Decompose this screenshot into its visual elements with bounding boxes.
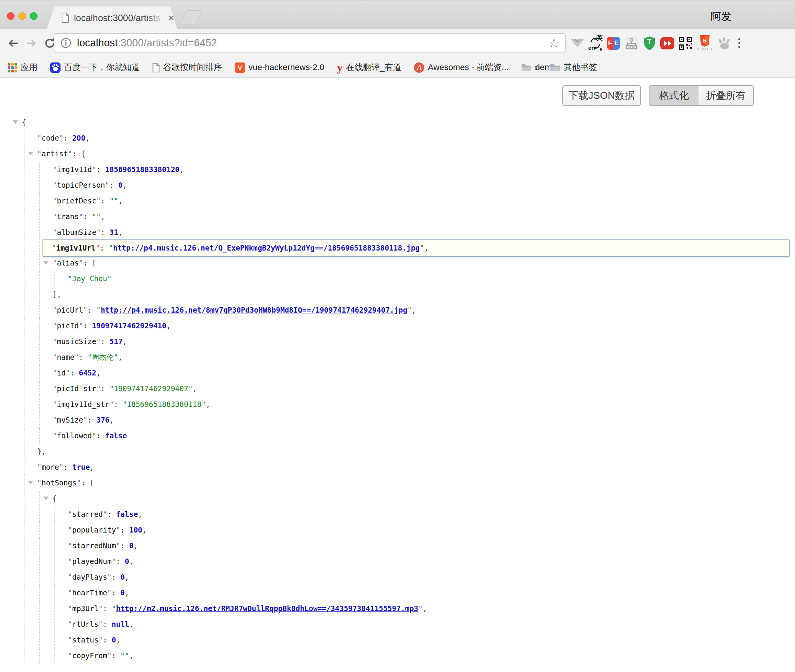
json-value: 31 [110,228,118,236]
comma: , [423,604,427,613]
collapse-triangle-icon[interactable] [28,481,33,487]
colon: : [120,526,129,534]
json-key: name [57,353,74,361]
zoom-window-button[interactable] [30,12,38,20]
key-quote: " [52,259,57,267]
indent-guide [24,538,25,554]
collapse-triangle-icon[interactable] [43,497,49,503]
address-bar[interactable]: localhost:3000/artists?id=6452 ☆ [54,33,566,52]
bookmark-item[interactable]: Vvue-hackernews-2.0 [235,62,324,73]
key-quote: " [107,573,111,581]
json-viewer-controls: 下载JSON数据 格式化 折叠所有 [0,85,795,107]
bookmark-item[interactable]: 百度一下，你就知道 [50,62,140,73]
colon: : [96,165,105,174]
close-window-button[interactable] [7,12,15,20]
bookmark-item[interactable]: y在线翻译_有道 [337,62,401,73]
url-text[interactable]: localhost:3000/artists?id=6452 [77,37,217,49]
comma: , [193,384,197,393]
collapse-triangle-icon[interactable] [28,152,33,158]
minimize-window-button[interactable] [18,12,26,20]
bookmark-star-icon[interactable]: ☆ [548,37,559,49]
video-player-extension-icon[interactable] [660,34,674,52]
json-key: playedNum [72,557,111,565]
indent-guide [39,318,40,334]
bookmarks-overflow-chevron[interactable]: » [534,62,540,73]
colon: : [111,588,120,597]
indent-guide [24,522,25,538]
json-key: hearTime [72,588,107,597]
json-value: "" [120,651,129,660]
tab-title-wrap: localhost:3000/artists?id=6452 [74,13,167,23]
indent-guide [24,475,25,491]
page-info-icon[interactable] [60,37,72,49]
indent-guide [39,302,40,318]
indent-guide [39,255,40,271]
json-key: more [41,463,59,471]
qrcode-extension-icon[interactable] [678,34,692,52]
key-quote: " [52,306,57,314]
json-value: "18569651883380118" [123,400,206,408]
other-bookmarks-folder[interactable]: 其他书签 [550,62,597,73]
comma: , [134,541,138,550]
sitemap-extension-icon[interactable] [624,34,638,52]
indent-guide [54,569,55,585]
fe-extension-icon[interactable]: FE [606,34,620,52]
bookmark-item[interactable]: 谷歌按时间排序 [152,62,222,73]
new-tab-button[interactable] [180,10,203,25]
svg-text:V: V [238,64,242,72]
bookmark-label: 应用 [21,62,38,73]
key-quote: " [52,165,57,174]
vue-devtools-extension-icon[interactable] [570,34,584,52]
paw-extension-icon[interactable] [717,34,731,52]
profile-name[interactable]: 阿发 [711,10,731,23]
browser-tab[interactable]: localhost:3000/artists?id=6452 × [47,7,177,29]
json-row: "code": 200, [0,130,795,146]
view-mode-segmented-control: 格式化 折叠所有 [649,85,754,106]
string-quote: " [96,306,100,314]
colon: : [70,369,79,377]
bracket: } [37,447,41,456]
selected-row-box: "img1v1Url": "http://p4.music.126.net/Q_… [43,239,790,257]
collapse-all-button[interactable]: 折叠所有 [698,86,753,105]
folder-icon [521,64,532,72]
json-link[interactable]: http://m2.music.126.net/RMJR7wDullRqppBk… [116,604,418,613]
browser-menu-icon[interactable] [735,34,743,52]
download-json-button[interactable]: 下载JSON数据 [562,85,641,106]
json-key: img1v1Url [56,244,95,252]
indent-guide [39,585,40,601]
colon: : [83,321,92,330]
key-quote: " [68,588,72,597]
bookmark-label: Awesomes - 前端资... [428,62,509,73]
shield-extension-icon[interactable]: T [642,34,656,52]
comma: , [118,353,122,361]
json-row: "status": 0, [0,632,795,648]
back-button[interactable] [5,36,21,51]
json-value: "" [110,197,118,205]
indent-guide [39,334,40,349]
bookmark-item[interactable]: AAwesomes - 前端资... [414,62,509,73]
colon: : [107,510,116,518]
json-link[interactable]: http://p4.music.126.net/8mv7qP30Pd3oHW8b… [101,306,407,314]
html5-player-extension-icon[interactable]: 5 PLAYER [696,34,713,52]
bracket: [ [92,259,96,267]
indent-guide [39,601,40,616]
json-link[interactable]: http://p4.music.126.net/Q_ExePNkmgB2yWyL… [113,244,420,252]
forward-button[interactable] [24,36,39,51]
indent-guide [54,554,55,569]
format-button[interactable]: 格式化 [649,86,698,105]
collapse-triangle-icon[interactable] [13,120,18,127]
tab-close-icon[interactable]: × [168,13,174,23]
colon: : [72,149,81,158]
translate-extension-icon[interactable]: 英 en [588,34,602,52]
key-quote: " [52,369,57,377]
json-value: false [105,431,127,440]
key-quote: " [68,149,72,158]
json-row: "albumSize": 31, [0,225,795,240]
collapse-triangle-icon[interactable] [43,261,49,267]
string-quote: " [420,244,424,252]
key-quote: " [59,134,63,142]
json-value: 376 [96,416,109,424]
key-quote: " [96,197,100,205]
key-quote: " [37,463,41,471]
bookmark-item[interactable]: 应用 [8,62,38,73]
